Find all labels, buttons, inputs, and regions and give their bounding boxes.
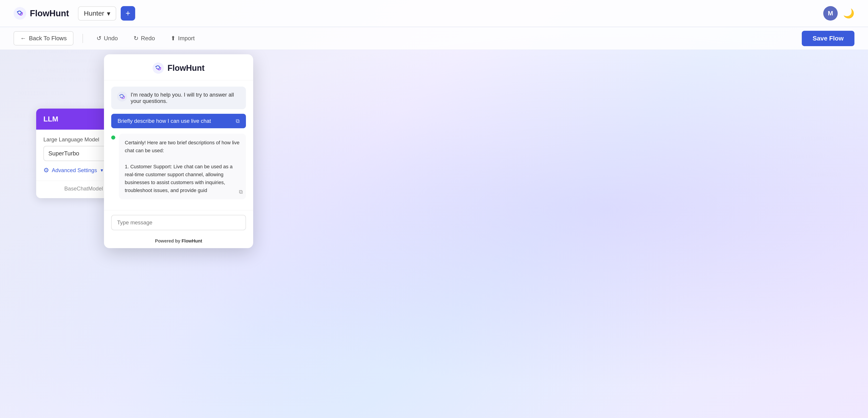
- dark-mode-toggle[interactable]: 🌙: [843, 8, 855, 19]
- chat-message-input[interactable]: [111, 215, 246, 230]
- avatar[interactable]: M: [823, 6, 838, 21]
- plus-icon: +: [126, 8, 130, 18]
- svg-point-5: [153, 62, 164, 74]
- suggested-prompt-button[interactable]: Briefly describe how I can use live chat…: [111, 114, 246, 128]
- chevron-down-icon: ▾: [107, 9, 110, 18]
- upload-icon: ⬆: [170, 35, 176, 42]
- svg-point-9: [119, 95, 120, 96]
- chat-response-text: Certainly! Here are two brief descriptio…: [119, 134, 246, 199]
- undo-button[interactable]: ↺ Undo: [92, 33, 122, 44]
- advanced-settings-label: Advanced Settings: [52, 167, 97, 174]
- chat-response-area: Certainly! Here are two brief descriptio…: [111, 134, 246, 199]
- response-item1: 1. Customer Support: Live chat can be us…: [125, 164, 232, 193]
- chat-modal-header: FlowHunt: [104, 54, 253, 80]
- svg-point-10: [124, 96, 125, 97]
- chat-body: I'm ready to help you. I will try to ans…: [104, 80, 253, 210]
- response-intro: Certainly! Here are two brief descriptio…: [125, 140, 239, 153]
- save-flow-button[interactable]: Save Flow: [802, 31, 855, 46]
- llm-title: LLM: [43, 115, 58, 123]
- undo-icon: ↺: [96, 35, 101, 42]
- arrow-left-icon: ←: [20, 35, 26, 42]
- llm-model-value: SuperTurbo: [49, 150, 79, 157]
- top-navbar: FlowHunt Hunter ▾ + M 🌙: [0, 0, 868, 27]
- add-button[interactable]: +: [121, 6, 135, 21]
- chat-flowhunt-logo-icon: [153, 62, 164, 74]
- powered-by-label: Powered by FlowHunt: [104, 235, 253, 248]
- chat-bot-message: I'm ready to help you. I will try to ans…: [111, 87, 246, 109]
- main-canvas: generator ✏️ LLM Large Language Model Su…: [0, 50, 868, 418]
- chat-modal-title: FlowHunt: [167, 63, 205, 73]
- bot-avatar-icon: [117, 92, 127, 101]
- base-chat-model-label: BaseChatModel: [64, 185, 103, 191]
- svg-point-8: [117, 92, 127, 101]
- back-to-flows-button[interactable]: ← Back To Flows: [13, 31, 73, 46]
- active-indicator: [111, 136, 115, 140]
- chat-input-area: [104, 210, 253, 235]
- redo-icon: ↻: [133, 35, 138, 42]
- redo-button[interactable]: ↻ Redo: [129, 33, 159, 44]
- copy-icon: ⧉: [236, 118, 240, 124]
- project-dropdown[interactable]: Hunter ▾: [78, 6, 116, 21]
- logo-area: FlowHunt: [13, 7, 69, 20]
- chevron-down-icon: ▾: [101, 168, 103, 173]
- logo-text: FlowHunt: [30, 8, 69, 18]
- chat-modal: FlowHunt I'm ready to help you. I will t…: [104, 54, 253, 248]
- powered-brand: FlowHunt: [182, 238, 202, 243]
- svg-point-6: [156, 66, 157, 67]
- import-button[interactable]: ⬆ Import: [166, 33, 199, 44]
- svg-point-7: [160, 67, 161, 68]
- svg-point-2: [22, 12, 23, 13]
- svg-point-1: [17, 11, 18, 13]
- copy-response-icon[interactable]: ⧉: [239, 187, 243, 196]
- bot-message-text: I'm ready to help you. I will try to ans…: [131, 92, 240, 104]
- gear-icon: ⚙: [43, 167, 49, 174]
- suggested-prompt-text: Briefly describe how I can use live chat: [118, 118, 211, 124]
- svg-point-0: [13, 7, 26, 20]
- divider: [83, 34, 83, 43]
- flowhunt-logo-icon: [13, 7, 26, 20]
- action-bar: ← Back To Flows ↺ Undo ↻ Redo ⬆ Import S…: [0, 27, 868, 50]
- project-name: Hunter: [84, 9, 104, 17]
